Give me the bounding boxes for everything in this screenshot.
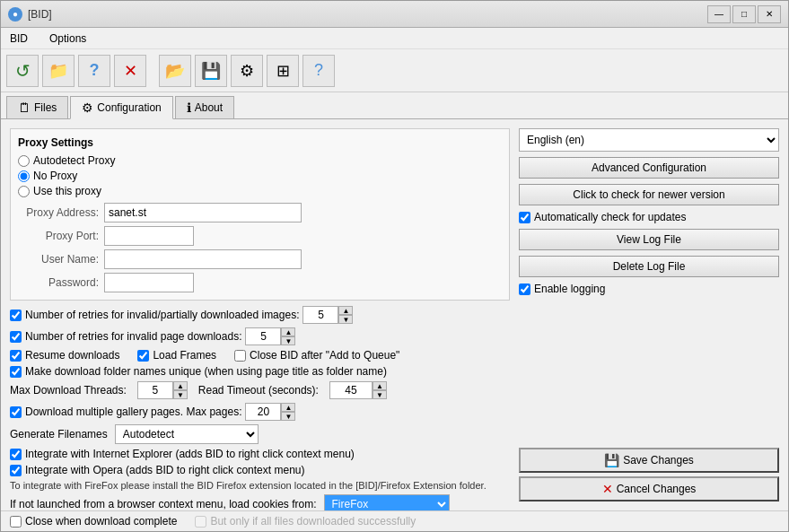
cancel-changes-button[interactable]: ✕ Cancel Changes [519,476,779,501]
close-button[interactable]: ✕ [758,5,781,23]
refresh-button[interactable]: ↺ [6,55,39,87]
maximize-button[interactable]: □ [732,5,756,23]
language-select[interactable]: English (en) [519,128,779,152]
proxy-username-input[interactable] [104,249,302,269]
multi-gallery-up[interactable]: ▲ [281,403,295,412]
load-frames-option[interactable]: Load Frames [137,349,216,362]
proxy-autodetect-option[interactable]: Autodetect Proxy [18,154,502,167]
retries-pages-up[interactable]: ▲ [281,327,295,336]
resume-checkbox[interactable] [10,350,22,362]
minimize-button[interactable]: — [707,5,731,23]
generate-filenames-row: Generate Filenames Autodetect Sequential… [10,424,510,444]
close-complete-checkbox[interactable] [10,516,22,528]
proxy-none-option[interactable]: No Proxy [18,170,502,182]
multi-gallery-input[interactable] [245,403,281,421]
config-icon: ⚙ [82,100,93,115]
auto-check-checkbox[interactable] [519,212,530,223]
retries-images-checkbox[interactable] [10,310,22,321]
make-unique-option[interactable]: Make download folder names unique (when … [10,365,510,378]
retries-pages-checkbox[interactable] [10,331,22,343]
proxy-custom-radio[interactable] [18,186,30,197]
advanced-config-button[interactable]: Advanced Configuration [519,157,779,179]
tab-about-label: About [195,101,223,114]
opera-integration-option[interactable]: Integrate with Opera (adds BID to right … [10,464,510,476]
auto-check-option[interactable]: Automatically check for updates [519,211,779,223]
retries-images-row: Number of retries for invalid/partially … [10,306,510,324]
proxy-fields: Proxy Address: Proxy Port: User Name: Pa… [18,203,502,292]
proxy-radio-group: Autodetect Proxy No Proxy Use this proxy [18,154,502,197]
grid-button[interactable]: ⊞ [267,55,299,87]
multi-gallery-down[interactable]: ▼ [281,412,295,421]
opera-integration-checkbox[interactable] [10,465,22,476]
max-threads-down[interactable]: ▼ [173,390,188,399]
max-threads-spin-btns: ▲ ▼ [173,381,188,399]
retries-images-up[interactable]: ▲ [338,306,353,315]
proxy-none-radio[interactable] [18,170,30,182]
main-window: ● [BID] — □ ✕ BID Options ↺ 📁 ? ✕ 📂 💾 ⚙ … [0,0,789,532]
proxy-custom-option[interactable]: Use this proxy [18,185,502,197]
proxy-autodetect-radio[interactable] [18,155,30,167]
save-changes-button[interactable]: 💾 Save Changes [519,448,779,473]
folder-button[interactable]: 📁 [42,55,75,87]
tab-files[interactable]: 🗒 Files [6,96,68,118]
close-complete-label: Close when download complete [25,515,177,528]
left-panel: Proxy Settings Autodetect Proxy No Proxy… [10,128,510,501]
save-label: Save Changes [623,454,694,467]
proxy-port-input[interactable] [104,226,194,246]
max-threads-spinbox: ▲ ▼ [137,381,188,399]
proxy-password-input[interactable] [104,273,194,292]
resume-label: Resume downloads [25,349,119,362]
view-log-button[interactable]: View Log File [519,229,779,250]
enable-logging-checkbox[interactable] [519,283,530,295]
menu-bid[interactable]: BID [4,31,33,47]
but-only-option[interactable]: But only if all files downloaded success… [195,515,416,528]
settings-button[interactable]: ⚙ [231,55,263,87]
resume-option[interactable]: Resume downloads [10,349,119,362]
enable-logging-label: Enable logging [534,283,605,295]
menu-bar: BID Options [1,28,788,49]
generate-filenames-select[interactable]: Autodetect Sequential Original [115,424,259,444]
help-button[interactable]: ? [78,55,110,87]
max-threads-input[interactable] [137,381,173,399]
read-timeout-input[interactable] [329,381,373,399]
retries-images-spinbox: ▲ ▼ [302,306,353,324]
menu-options[interactable]: Options [44,31,92,47]
multi-gallery-checkbox[interactable] [10,406,22,418]
action-buttons: 💾 Save Changes ✕ Cancel Changes [519,448,779,501]
load-frames-checkbox[interactable] [137,350,149,362]
proxy-address-input[interactable] [104,203,302,222]
address-label: Proxy Address: [18,206,99,219]
firefox-info: To integrate with FireFox please install… [10,480,510,491]
retries-pages-spinbox: ▲ ▼ [245,327,295,345]
tab-about[interactable]: ℹ About [175,96,234,118]
close-complete-option[interactable]: Close when download complete [10,515,177,528]
check-version-button[interactable]: Click to check for newer version [519,184,779,205]
cancel-label: Cancel Changes [617,483,697,495]
retries-images-down[interactable]: ▼ [338,315,353,324]
retries-images-input[interactable] [302,306,338,324]
multi-gallery-spin-btns: ▲ ▼ [281,403,295,421]
tab-files-label: Files [34,101,57,114]
but-only-checkbox[interactable] [195,516,206,528]
read-timeout-up[interactable]: ▲ [373,381,387,390]
max-threads-up[interactable]: ▲ [173,381,188,390]
title-controls: — □ ✕ [707,5,781,23]
close-bid-checkbox[interactable] [234,350,246,362]
close-bid-option[interactable]: Close BID after "Add to Queue" [234,349,399,362]
proxy-custom-label: Use this proxy [33,185,101,197]
retries-pages-down[interactable]: ▼ [281,336,295,345]
ie-integration-option[interactable]: Integrate with Internet Explorer (adds B… [10,448,510,460]
cookie-select[interactable]: FireFox Internet Explorer Opera None [324,494,450,510]
info-button[interactable]: ? [302,55,335,87]
retries-pages-input[interactable] [245,327,281,345]
read-timeout-down[interactable]: ▼ [373,390,387,399]
delete-log-button[interactable]: Delete Log File [519,256,779,277]
tab-configuration[interactable]: ⚙ Configuration [70,96,172,119]
stop-button[interactable]: ✕ [114,55,146,87]
make-unique-checkbox[interactable] [10,366,22,378]
toolbar: ↺ 📁 ? ✕ 📂 💾 ⚙ ⊞ ? [1,49,788,92]
enable-logging-option[interactable]: Enable logging [519,283,779,295]
ie-integration-checkbox[interactable] [10,449,22,460]
open-button[interactable]: 📂 [159,55,191,87]
save-toolbar-button[interactable]: 💾 [195,55,227,87]
